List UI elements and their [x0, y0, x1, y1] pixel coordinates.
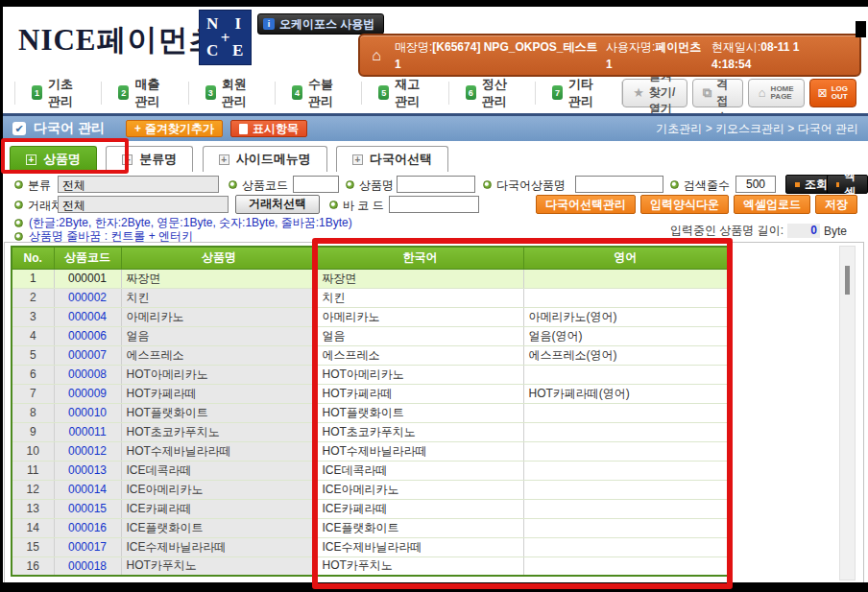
product-code-link[interactable]: 000006 [54, 326, 121, 345]
english-name-cell[interactable] [523, 461, 728, 480]
korean-name-cell[interactable]: HOT수제바닐라라떼 [317, 441, 523, 461]
product-code-link[interactable]: 000001 [54, 269, 121, 288]
table-row[interactable]: 6000008HOT아메리카노HOT아메리카노 [12, 365, 728, 384]
korean-name-cell[interactable]: 짜장면 [317, 269, 523, 288]
home-icon[interactable]: ⌂ [366, 47, 387, 64]
product-code-link[interactable]: 000018 [54, 556, 121, 576]
product-code-link[interactable]: 000016 [54, 518, 121, 537]
tab-multilang-select[interactable]: + 다국어선택 [336, 146, 448, 172]
category-select[interactable]: 전체 [58, 176, 219, 193]
menu-item-stock[interactable]: 5 재고관리 [362, 82, 448, 105]
table-row[interactable]: 16000018HOT카푸치노HOT카푸치노 [12, 556, 728, 576]
product-code-link[interactable]: 000017 [54, 537, 121, 556]
table-row[interactable]: 10000012HOT수제바닐라라떼HOT수제바닐라라떼 [12, 441, 728, 461]
english-name-cell[interactable] [523, 518, 728, 537]
product-code-link[interactable]: 000014 [54, 480, 121, 499]
product-code-link[interactable]: 000012 [54, 441, 121, 461]
english-name-cell[interactable] [523, 288, 728, 307]
english-name-cell[interactable] [523, 556, 728, 576]
vendor-select-button[interactable]: 거래처선택 [235, 195, 320, 214]
table-row[interactable]: 14000016ICE플랫화이트ICE플랫화이트 [12, 518, 728, 537]
korean-name-cell[interactable]: ICE플랫화이트 [317, 518, 523, 537]
korean-name-cell[interactable]: ICE데콕라떼 [317, 461, 523, 480]
okpos-help-button[interactable]: i 오케이포스 사용법 [257, 13, 384, 35]
column-header-english[interactable]: 영어 [523, 247, 728, 269]
english-name-cell[interactable] [523, 537, 728, 556]
product-code-link[interactable]: 000007 [54, 345, 121, 365]
tab-side-menu-name[interactable]: + 사이드메뉴명 [203, 146, 327, 172]
english-name-cell[interactable] [523, 403, 728, 422]
remote-access-button[interactable]: ⧉ 원격접속 [692, 79, 743, 107]
multilang-manage-button[interactable]: 다국어선택관리 [536, 195, 636, 214]
logout-button[interactable]: ⊠ LOGOUT [809, 79, 856, 107]
vendor-select[interactable]: 전체 [58, 196, 229, 213]
menu-item-members[interactable]: 3 회원관리 [189, 82, 276, 105]
multilang-name-input[interactable] [575, 176, 663, 193]
menu-item-etc[interactable]: 7 기타관리 [536, 82, 622, 105]
product-code-input[interactable] [293, 176, 339, 193]
table-row[interactable]: 8000010HOT플랫화이트HOT플랫화이트 [12, 403, 728, 422]
table-row[interactable]: 3000004아메리카노아메리카노아메리카노(영어) [12, 307, 728, 326]
english-name-cell[interactable]: HOT카페라떼(영어) [523, 384, 728, 403]
product-code-link[interactable]: 000008 [54, 365, 121, 384]
product-code-link[interactable]: 000010 [54, 403, 121, 422]
excel-upload-button[interactable]: 엑셀업로드 [734, 195, 810, 214]
korean-name-cell[interactable]: 에스프레소 [317, 345, 523, 365]
menu-item-settlement[interactable]: 6 정산관리 [449, 82, 536, 105]
column-header-product-name[interactable]: 상품명 [121, 247, 317, 269]
korean-name-cell[interactable]: HOT초코카푸치노 [317, 422, 523, 441]
english-name-cell[interactable]: 얼음(영어) [523, 326, 728, 345]
korean-name-cell[interactable]: 얼음 [317, 326, 523, 345]
korean-name-cell[interactable]: HOT플랫화이트 [317, 403, 523, 422]
table-row[interactable]: 9000011HOT초코카푸치노HOT초코카푸치노 [12, 422, 728, 441]
korean-name-cell[interactable]: HOT카페라떼 [317, 384, 523, 403]
product-code-link[interactable]: 000002 [54, 288, 121, 307]
menu-item-sales[interactable]: 2 매출관리 [102, 82, 188, 105]
display-items-button[interactable]: 표시항목 [230, 120, 307, 137]
product-code-link[interactable]: 000011 [54, 422, 121, 441]
product-code-link[interactable]: 000015 [54, 499, 121, 518]
english-name-cell[interactable] [523, 480, 728, 499]
korean-name-cell[interactable]: ICE아메리카노 [317, 480, 523, 499]
tab-category-name[interactable]: + 분류명 [106, 146, 193, 172]
korean-name-cell[interactable]: HOT카푸치노 [317, 556, 523, 576]
table-row[interactable]: 13000015ICE카페라떼ICE카페라떼 [12, 499, 728, 518]
menu-item-inout[interactable]: 4 수불관리 [276, 82, 362, 105]
english-name-cell[interactable] [523, 499, 728, 518]
menu-item-basic[interactable]: 1 기초관리 [14, 82, 102, 105]
table-row[interactable]: 7000009HOT카페라떼HOT카페라떼HOT카페라떼(영어) [12, 384, 728, 403]
scrollbar-thumb[interactable] [845, 266, 850, 295]
table-row[interactable]: 5000007에스프레소에스프레소에스프레소(영어) [12, 345, 728, 365]
table-row[interactable]: 1000001짜장면짜장면 [12, 269, 728, 288]
table-row[interactable]: 15000017ICE수제바닐라라떼ICE수제바닐라라떼 [12, 537, 728, 556]
search-rows-input[interactable] [735, 176, 776, 193]
excel-button[interactable]: 엑셀 [827, 175, 868, 194]
korean-name-cell[interactable]: 아메리카노 [317, 307, 523, 326]
column-header-no[interactable]: No. [12, 247, 54, 269]
barcode-input[interactable] [389, 196, 479, 213]
vertical-scrollbar[interactable] [839, 246, 856, 580]
table-row[interactable]: 2000002치킨치킨 [12, 288, 728, 307]
table-row[interactable]: 4000006얼음얼음얼음(영어) [12, 326, 728, 345]
korean-name-cell[interactable]: HOT아메리카노 [317, 365, 523, 384]
korean-name-cell[interactable]: 치킨 [317, 288, 523, 307]
english-name-cell[interactable] [523, 269, 728, 288]
add-favorite-button[interactable]: + 즐겨찾기추가 [126, 120, 223, 137]
form-download-button[interactable]: 입력양식다운 [640, 195, 729, 214]
homepage-button[interactable]: ⌂ HOMEPAGE [748, 79, 805, 107]
product-code-link[interactable]: 000009 [54, 384, 121, 403]
column-header-korean[interactable]: 한국어 [317, 247, 523, 269]
product-code-link[interactable]: 000013 [54, 461, 121, 480]
english-name-cell[interactable] [523, 422, 728, 441]
table-row[interactable]: 12000014ICE아메리카노ICE아메리카노 [12, 480, 728, 499]
korean-name-cell[interactable]: ICE수제바닐라라떼 [317, 537, 523, 556]
product-name-input[interactable] [397, 176, 475, 193]
favorites-open-button[interactable]: ★ 즐겨찾기/열기 [622, 79, 687, 107]
product-code-link[interactable]: 000004 [54, 307, 121, 326]
english-name-cell[interactable]: 아메리카노(영어) [523, 307, 728, 326]
column-header-product-code[interactable]: 상품코드 [54, 247, 121, 269]
tab-product-name[interactable]: + 상품명 [10, 146, 97, 172]
korean-name-cell[interactable]: ICE카페라떼 [317, 499, 523, 518]
save-button[interactable]: 저장 [815, 195, 857, 214]
english-name-cell[interactable] [523, 365, 728, 384]
